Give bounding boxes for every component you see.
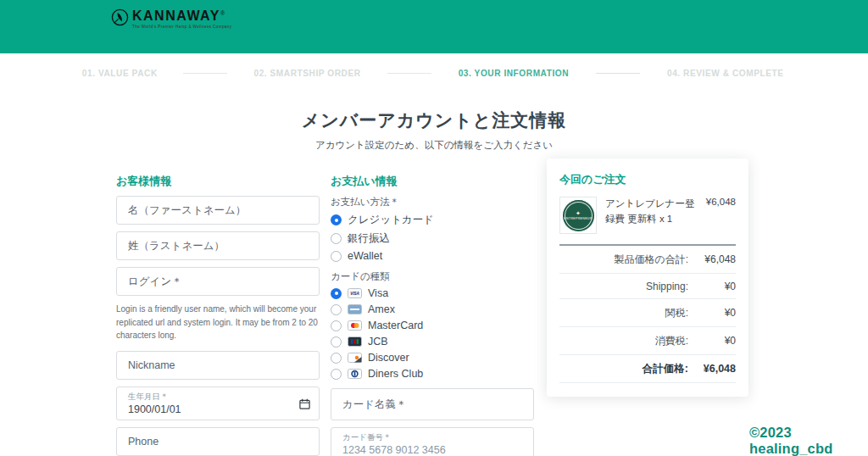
- amex-card-icon: [348, 304, 362, 314]
- order-row-value: ¥6,048: [698, 253, 736, 265]
- radio-checked-icon: [331, 288, 342, 299]
- birthdate-label: 生年月日＊: [128, 392, 308, 401]
- order-row-total: 合計価格: ¥6,048: [559, 355, 736, 383]
- customer-info-section: お客様情報 Login is a friendly user name, whi…: [116, 174, 320, 456]
- order-row-label: 製品価格の合計:: [614, 253, 688, 267]
- card-holder-name-input[interactable]: [331, 388, 534, 420]
- step-value-pack[interactable]: 01. VALUE PACK: [82, 68, 158, 78]
- badge-text: ENTREPRENEUR: [564, 217, 592, 220]
- order-row-shipping: Shipping: ¥0: [559, 274, 736, 299]
- payment-method-ewallet[interactable]: eWallet: [331, 250, 534, 262]
- card-type-label: カードの種類: [331, 270, 534, 283]
- birthdate-field[interactable]: 生年月日＊: [116, 386, 320, 420]
- birthdate-input[interactable]: [128, 403, 281, 415]
- checkout-steps: 01. VALUE PACK 02. SMARTSHIP ORDER 03. Y…: [0, 68, 868, 78]
- card-type-option-label: JCB: [368, 336, 388, 348]
- radio-unchecked-icon: [331, 353, 342, 364]
- card-type-option-label: Diners Club: [368, 368, 423, 380]
- jcb-card-icon: [348, 336, 362, 347]
- calendar-icon[interactable]: [299, 398, 310, 409]
- leaf-icon: ✦: [576, 210, 581, 216]
- customer-section-title: お客様情報: [116, 174, 320, 189]
- phone-input[interactable]: [116, 427, 320, 456]
- order-row-value: ¥0: [698, 281, 736, 292]
- last-name-input[interactable]: [116, 231, 320, 260]
- step-separator: [596, 73, 640, 74]
- payment-method-credit-card[interactable]: クレジットカード: [331, 213, 534, 227]
- order-row-label: 消費税:: [655, 334, 688, 348]
- top-header: KANNAWAY® The World's Premier Hemp & Wel…: [0, 0, 868, 53]
- brand-tagline: The World's Premier Hemp & Wellness Comp…: [132, 25, 231, 29]
- order-section-title: 今回のご注文: [559, 172, 736, 187]
- visa-card-icon: VISA: [348, 288, 362, 298]
- radio-unchecked-icon: [331, 251, 342, 262]
- payment-method-option-label: 銀行振込: [348, 231, 390, 246]
- card-number-input[interactable]: [342, 444, 495, 456]
- product-thumbnail: ✦ ENTREPRENEUR: [559, 197, 597, 234]
- page-subtitle: アカウント設定のため、以下の情報をご入力ください: [0, 139, 868, 152]
- payment-info-section: お支払い情報 お支払い方法＊ クレジットカード 銀行振込 eWallet カード…: [331, 174, 534, 456]
- step-separator: [183, 73, 227, 74]
- radio-unchecked-icon: [331, 304, 342, 315]
- order-row-customs: 関税: ¥0: [559, 299, 736, 327]
- card-type-mastercard[interactable]: MasterCard: [331, 320, 534, 331]
- radio-checked-icon: [331, 214, 342, 225]
- card-number-label: カード番号＊: [342, 432, 522, 442]
- checkout-page: KANNAWAY® The World's Premier Hemp & Wel…: [0, 0, 868, 456]
- card-type-option-label: Amex: [368, 303, 395, 315]
- payment-method-label: お支払い方法＊: [331, 196, 534, 209]
- order-row-label: 関税:: [665, 306, 688, 320]
- card-type-visa[interactable]: VISA Visa: [331, 287, 534, 299]
- card-type-jcb[interactable]: JCB: [331, 336, 534, 348]
- page-title: メンバーアカウントと注文情報: [0, 108, 868, 132]
- radio-unchecked-icon: [331, 320, 342, 331]
- card-type-diners-club[interactable]: Diners Club: [331, 368, 534, 380]
- step-separator: [387, 73, 431, 74]
- order-row-value: ¥0: [698, 335, 736, 347]
- payment-method-option-label: クレジットカード: [348, 213, 434, 227]
- radio-unchecked-icon: [331, 336, 342, 348]
- radio-unchecked-icon: [331, 233, 342, 244]
- order-item-row: ✦ ENTREPRENEUR アントレプレナー登録費 更新料 x 1 ¥6,04…: [559, 197, 736, 246]
- payment-method-option-label: eWallet: [348, 250, 382, 262]
- order-summary-card: 今回のご注文 ✦ ENTREPRENEUR アントレプレナー登録費 更新料 x …: [547, 158, 748, 397]
- registered-mark: ®: [220, 10, 226, 16]
- step-review-complete[interactable]: 04. REVIEW & COMPLETE: [667, 68, 784, 78]
- step-smartship-order[interactable]: 02. SMARTSHIP ORDER: [254, 68, 361, 78]
- nickname-input[interactable]: [116, 351, 320, 380]
- svg-text:VISA: VISA: [350, 292, 359, 296]
- step-your-information[interactable]: 03. YOUR INFORMATION: [459, 68, 569, 78]
- login-input[interactable]: [116, 267, 320, 296]
- order-row-label: Shipping:: [646, 281, 688, 292]
- discover-card-icon: [348, 353, 362, 363]
- order-item-price: ¥6,048: [706, 197, 736, 207]
- watermark: ©2023 healing_cbd: [749, 425, 868, 456]
- order-totals: 製品価格の合計: ¥6,048 Shipping: ¥0 関税: ¥0 消費税:…: [559, 246, 736, 383]
- diners-club-card-icon: [348, 369, 362, 379]
- first-name-input[interactable]: [116, 196, 320, 225]
- card-type-option-label: Discover: [368, 352, 409, 364]
- radio-unchecked-icon: [331, 369, 342, 380]
- card-type-option-label: MasterCard: [368, 320, 423, 331]
- card-type-discover[interactable]: Discover: [331, 352, 534, 364]
- logo-text: KANNAWAY® The World's Premier Hemp & Wel…: [132, 6, 231, 29]
- card-type-amex[interactable]: Amex: [331, 303, 534, 315]
- kannaway-leaf-icon: [111, 8, 129, 30]
- order-row-value: ¥0: [698, 307, 736, 319]
- card-type-option-label: Visa: [368, 287, 388, 299]
- order-row-product-subtotal: 製品価格の合計: ¥6,048: [559, 246, 736, 274]
- order-row-label: 合計価格:: [643, 362, 688, 376]
- order-item-name: アントレプレナー登録費 更新料 x 1: [605, 197, 698, 227]
- login-help-text: Login is a friendly user name, which wil…: [116, 303, 320, 342]
- mastercard-card-icon: [348, 320, 362, 331]
- brand-name: KANNAWAY®: [132, 6, 231, 24]
- card-number-field[interactable]: カード番号＊: [331, 427, 534, 456]
- order-row-consumption-tax: 消費税: ¥0: [559, 327, 736, 355]
- entrepreneur-badge-icon: ✦ ENTREPRENEUR: [563, 200, 594, 231]
- payment-section-title: お支払い情報: [331, 174, 534, 189]
- payment-method-bank-transfer[interactable]: 銀行振込: [331, 231, 534, 246]
- kannaway-logo[interactable]: KANNAWAY® The World's Premier Hemp & Wel…: [111, 6, 231, 30]
- order-row-value: ¥6,048: [698, 363, 736, 375]
